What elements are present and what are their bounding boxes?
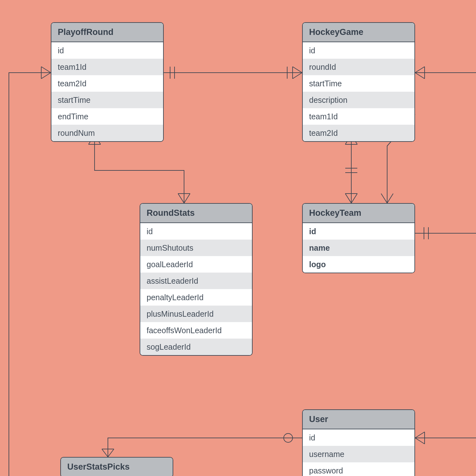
attr-playoffround-team1id: team1Id	[51, 59, 163, 75]
svg-line-11	[415, 67, 425, 73]
svg-line-35	[415, 432, 425, 438]
svg-line-4	[293, 73, 302, 79]
attr-roundstats-id: id	[140, 223, 252, 240]
svg-line-12	[415, 73, 425, 79]
svg-point-38	[284, 433, 293, 442]
svg-line-17	[178, 194, 184, 203]
attr-hockeyteam-name: name	[303, 240, 414, 256]
attr-roundstats-sogleaderid: sogLeaderId	[140, 339, 252, 355]
entity-title-user-stats-picks: UserStatsPicks	[61, 458, 173, 476]
svg-line-26	[345, 194, 351, 203]
attr-playoffround-id: id	[51, 42, 163, 59]
svg-line-29	[381, 194, 387, 203]
attr-user-username: username	[303, 446, 414, 462]
attr-hockeygame-description: description	[303, 92, 414, 108]
svg-line-27	[351, 194, 357, 203]
attr-hockeygame-roundid: roundId	[303, 59, 414, 75]
entity-hockey-game: HockeyGame id roundId startTime descript…	[302, 22, 415, 142]
svg-line-36	[415, 438, 425, 444]
entity-round-stats: RoundStats id numShutouts goalLeaderId a…	[140, 203, 253, 356]
attr-hockeygame-team2id: team2Id	[303, 125, 414, 141]
attr-roundstats-goalleaderid: goalLeaderId	[140, 256, 252, 273]
attr-playoffround-starttime: startTime	[51, 92, 163, 108]
svg-line-3	[293, 67, 302, 73]
svg-line-8	[41, 73, 51, 79]
attr-playoffround-endtime: endTime	[51, 108, 163, 125]
entity-title-hockey-game: HockeyGame	[303, 23, 414, 42]
attr-hockeygame-id: id	[303, 42, 414, 59]
entity-title-playoff-round: PlayoffRound	[51, 23, 163, 42]
svg-line-39	[102, 449, 108, 457]
svg-line-18	[184, 194, 190, 203]
attr-playoffround-roundnum: roundNum	[51, 125, 163, 141]
attr-roundstats-plusminusleaderid: plusMinusLeaderId	[140, 306, 252, 322]
entity-title-round-stats: RoundStats	[140, 204, 252, 223]
attr-roundstats-assistleaderid: assistLeaderId	[140, 273, 252, 289]
attr-hockeygame-starttime: startTime	[303, 75, 414, 92]
svg-line-30	[387, 194, 393, 203]
svg-line-40	[108, 449, 114, 457]
entity-playoff-round: PlayoffRound id team1Id team2Id startTim…	[51, 22, 164, 142]
attr-hockeyteam-logo: logo	[303, 256, 414, 273]
entity-title-hockey-team: HockeyTeam	[303, 204, 414, 223]
attr-roundstats-numshutouts: numShutouts	[140, 240, 252, 256]
attr-roundstats-penaltyleaderid: penaltyLeaderId	[140, 289, 252, 306]
entity-title-user: User	[303, 410, 414, 429]
entity-user-stats-picks: UserStatsPicks	[60, 457, 173, 476]
attr-user-password: password	[303, 462, 414, 476]
attr-user-id: id	[303, 429, 414, 446]
attr-hockeyteam-id: id	[303, 223, 414, 240]
attr-hockeygame-team1id: team1Id	[303, 108, 414, 125]
attr-playoffround-team2id: team2Id	[51, 75, 163, 92]
entity-user: User id username password	[302, 409, 415, 476]
entity-hockey-team: HockeyTeam id name logo	[302, 203, 415, 273]
attr-roundstats-faceoffswonleaderid: faceoffsWonLeaderId	[140, 322, 252, 339]
svg-line-7	[41, 67, 51, 73]
